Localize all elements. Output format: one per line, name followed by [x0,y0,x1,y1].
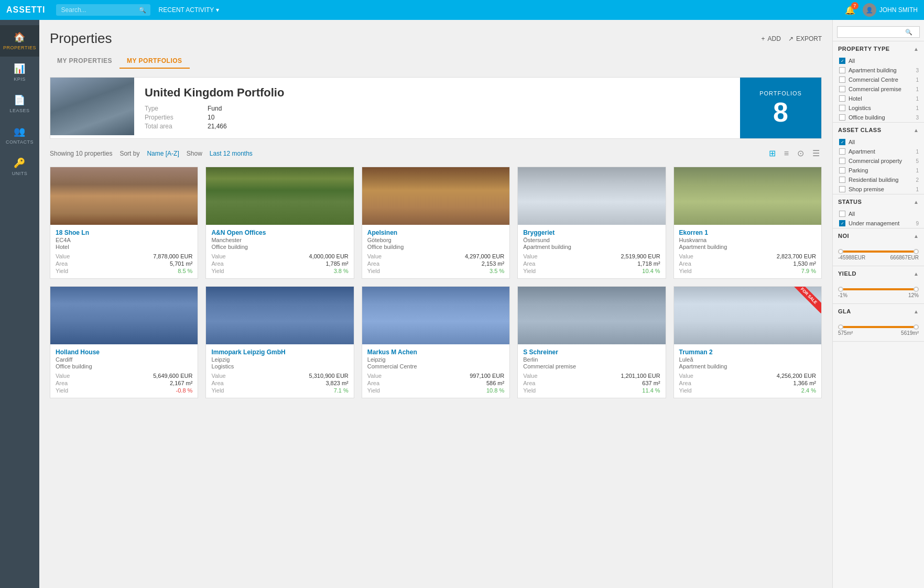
filter-item[interactable]: Shop premise 1 [833,184,924,194]
filter-search-wrap: 🔍 [833,23,924,41]
sidebar-item-leases[interactable]: 📄 LEASES [0,88,39,119]
card-image-wrap [206,287,353,344]
property-card[interactable]: Ekorren 1 Huskvarna Apartment building V… [673,167,822,279]
property-card[interactable]: Markus M Achen Leipzig Commercial Centre… [362,286,510,398]
filter-item[interactable]: Apartment 1 [833,147,924,156]
detail-view-button[interactable]: ☰ [810,147,822,159]
filter-gla-header[interactable]: GLA ▲ [833,304,924,319]
filter-item-label: All [849,211,919,217]
filter-item[interactable]: Hotel 1 [833,94,924,103]
card-stats: Value 4,256,200 EUR Area 1,366 m² Yield … [679,373,816,394]
filter-item[interactable]: ✓ All [833,137,924,147]
stat-row-value: Value 4,000,000 EUR [211,253,348,259]
export-button[interactable]: ↗ EXPORT [788,35,822,42]
filter-item[interactable]: ✓ All [833,56,924,66]
filter-item-count: 3 [916,68,919,73]
sidebar-item-properties-label: PROPERTIES [3,45,36,50]
property-card[interactable]: Holland House Cardiff Office building Va… [50,286,198,398]
card-type: Office building [367,244,504,250]
filter-item[interactable]: Residential building 2 [833,175,924,184]
property-card[interactable]: A&N Open Offices Manchester Office build… [205,167,354,279]
property-card[interactable]: 18 Shoe Ln EC4A Hotel Value 7,878,000 EU… [50,167,198,279]
gla-slider-thumb-right[interactable] [914,324,919,330]
stat-row-value: Value 7,878,000 EUR [56,253,192,259]
sort-value[interactable]: Name [A-Z] [147,150,179,157]
filter-item[interactable]: Parking 1 [833,166,924,175]
filter-item[interactable]: Logistics 1 [833,103,924,113]
sidebar-item-contacts[interactable]: 👥 CONTACTS [0,119,39,151]
card-property-name: A&N Open Offices [211,229,348,236]
filter-property-type-chevron: ▲ [914,46,919,52]
filter-item[interactable]: Commercial property 5 [833,156,924,166]
area-label: Area [523,260,535,267]
stat-row-area: Area 1,530 m² [679,260,816,267]
card-stats: Value 2,823,700 EUR Area 1,530 m² Yield … [679,253,816,274]
property-card[interactable]: Immopark Leipzig GmbH Leipzig Logistics … [205,286,354,398]
map-view-button[interactable]: ⊙ [795,147,806,159]
filter-yield-header[interactable]: YIELD ▲ [833,266,924,281]
stat-row-yield: Yield 2.4 % [679,387,816,394]
area-label: Area [56,260,68,267]
sidebar-item-units[interactable]: 🔑 UNITS [0,151,39,182]
card-body: Trumman 2 Luleå Apartment building Value… [674,344,821,398]
card-image-wrap: FOR SALE [674,287,821,344]
yield-value: 3.5 % [490,268,504,274]
filter-noi-header[interactable]: NOI ▲ [833,228,924,243]
show-value[interactable]: Last 12 months [210,150,253,157]
yield-value: 11.4 % [642,387,660,394]
filter-item[interactable]: Commercial Centre 1 [833,75,924,84]
user-menu[interactable]: 👤 JOHN SMITH [863,3,918,17]
area-label: Area [367,260,379,267]
gla-slider-thumb-left[interactable] [838,324,843,330]
yield-slider-thumb-left[interactable] [838,287,843,292]
filter-noi-chevron: ▲ [914,233,919,239]
portfolio-type-label: Type [145,105,202,112]
tab-my-portfolios[interactable]: MY PORTFOLIOS [119,54,190,69]
grid-view-button[interactable]: ⊞ [767,147,778,159]
area-value: 2,153 m² [482,260,504,267]
card-body: 18 Shoe Ln EC4A Hotel Value 7,878,000 EU… [50,225,198,278]
filter-item[interactable]: Apartment building 3 [833,66,924,75]
yield-slider-thumb-right[interactable] [914,287,919,292]
property-card[interactable]: S Schreiner Berlin Commercial premise Va… [517,286,666,398]
property-card[interactable]: FOR SALE Trumman 2 Luleå Apartment build… [673,286,822,398]
add-button[interactable]: + ADD [762,35,781,42]
stat-row-yield: Yield 3.8 % [211,268,348,274]
card-property-name: Immopark Leipzig GmbH [211,349,348,356]
filter-status-header[interactable]: STATUS ▲ [833,194,924,209]
property-card[interactable]: Apelsinen Göteborg Office building Value… [362,167,510,279]
filter-asset-class-header[interactable]: ASSET CLASS ▲ [833,123,924,137]
filter-gla-slider: 575m² 5619m² [833,319,924,341]
property-card[interactable]: Bryggeriet Östersund Apartment building … [517,167,666,279]
sidebar-item-properties[interactable]: 🏠 PROPERTIES [0,25,39,57]
sidebar-item-kpis[interactable]: 📊 KPIS [0,57,39,88]
filter-item[interactable]: ✓ Under management 9 [833,219,924,228]
noi-slider-thumb-left[interactable] [838,249,843,254]
filter-item-count: 5 [916,158,919,164]
card-body: S Schreiner Berlin Commercial premise Va… [518,344,665,398]
value-label: Value [523,253,537,259]
stat-row-value: Value 1,201,100 EUR [523,373,660,379]
notifications-button[interactable]: 🔔 7 [845,5,855,15]
tab-my-properties[interactable]: MY PROPERTIES [50,54,119,69]
sidebar-item-kpis-label: KPIS [14,77,26,82]
portfolio-area-label: Total area [145,123,202,130]
card-image [518,167,665,225]
filter-item[interactable]: Commercial premise 1 [833,84,924,94]
area-value: 1,366 m² [793,380,816,386]
card-body: Bryggeriet Östersund Apartment building … [518,225,665,278]
noi-slider-thumb-right[interactable] [914,249,919,254]
filter-item-label: Commercial property [849,158,912,164]
list-view-button[interactable]: ≡ [782,147,791,159]
yield-label: Yield [679,268,692,274]
filter-property-type-header[interactable]: PROPERTY TYPE ▲ [833,41,924,56]
global-search-input[interactable] [56,4,150,16]
home-icon: 🏠 [14,31,26,43]
gla-slider-fill [838,326,919,328]
filter-item-count: 1 [916,105,919,111]
card-type: Apartment building [679,363,816,369]
recent-activity-button[interactable]: RECENT ACTIVITY ▾ [159,6,220,14]
filter-item[interactable]: Office building 3 [833,113,924,122]
sidebar-item-leases-label: LEASES [9,108,29,113]
filter-item[interactable]: All [833,209,924,219]
